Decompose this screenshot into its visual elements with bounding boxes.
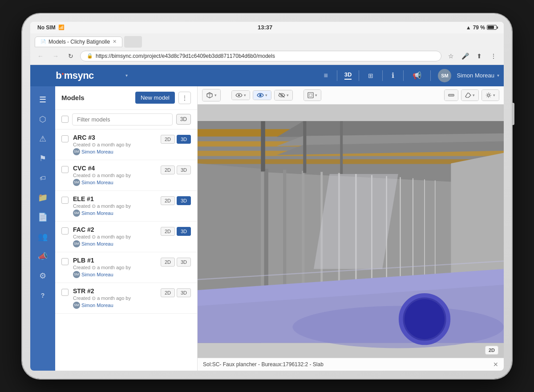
- app-body: ☰ ⬡ ⚠ ⚑ 🏷 📁: [30, 86, 504, 371]
- models-more-button[interactable]: ⋮: [178, 92, 191, 104]
- model-name-plb1: PLB #1: [73, 257, 156, 264]
- model-2d-btn-arc3[interactable]: 2D: [161, 135, 175, 144]
- select-all-checkbox[interactable]: [61, 116, 69, 123]
- view-cube-group: [202, 89, 221, 101]
- author-avatar-fac2: SM: [73, 240, 80, 247]
- viewport-settings-btn[interactable]: [482, 90, 499, 101]
- svg-rect-45: [261, 121, 265, 171]
- status-close-btn[interactable]: ✕: [493, 361, 498, 368]
- model-2d-btn-fac2[interactable]: 2D: [161, 227, 175, 236]
- 2d-badge[interactable]: 2D: [485, 346, 498, 355]
- topnav-info-icon[interactable]: ℹ: [390, 69, 396, 81]
- clock-icon-str2: ⊙: [92, 295, 96, 301]
- sidebar-item-alerts[interactable]: ⚠: [34, 130, 52, 148]
- model-info-cvc4: CVC #4 Created ⊙ a month ago by SM Simon…: [73, 165, 156, 186]
- svg-rect-46: [303, 121, 306, 173]
- visibility-btn[interactable]: [232, 91, 250, 100]
- model-info-str2: STR #2 Created ⊙ a month ago by SM Simon…: [73, 287, 156, 309]
- model-btns-str2: 2D 3D: [161, 288, 191, 297]
- svg-rect-7: [308, 93, 313, 98]
- model-3d-btn-plb1[interactable]: 3D: [177, 258, 191, 267]
- box-group: [303, 89, 321, 101]
- box-btn[interactable]: [304, 90, 321, 101]
- model-btns-ele1: 2D 3D: [161, 196, 191, 205]
- settings-gear-icon: [485, 92, 492, 98]
- sidebar-item-models[interactable]: ☰: [34, 91, 52, 109]
- model-2d-btn-str2[interactable]: 2D: [161, 288, 175, 297]
- topnav-announce-icon[interactable]: 📢: [411, 69, 423, 81]
- sidebar-item-tags[interactable]: 🏷: [34, 169, 52, 187]
- tag-icon: 🏷: [40, 174, 46, 182]
- model-2d-btn-ele1[interactable]: 2D: [161, 196, 175, 205]
- 3d-scene[interactable]: [198, 108, 504, 356]
- address-bar[interactable]: 🔒 https://bimsync.com/project/e43d8c79d1…: [80, 51, 441, 61]
- model-3d-btn-cvc4[interactable]: 3D: [177, 166, 191, 174]
- bookmark-btn[interactable]: ☆: [445, 50, 457, 62]
- topnav-list-icon[interactable]: ≡: [322, 70, 329, 81]
- model-3d-btn-ele1[interactable]: 3D: [177, 196, 191, 205]
- view-cube-btn[interactable]: [202, 89, 220, 101]
- model-2d-btn-plb1[interactable]: 2D: [161, 258, 175, 267]
- side-button[interactable]: [512, 103, 514, 125]
- model-3d-btn-fac2[interactable]: 3D: [177, 227, 191, 236]
- new-model-button[interactable]: New model: [135, 92, 175, 104]
- ipad-screen: No SIM 📶 13:37 ▲ 79 % 📄 Models - Clichy …: [30, 22, 504, 371]
- sidebar-item-group[interactable]: 👥: [34, 228, 52, 246]
- forward-btn[interactable]: →: [50, 50, 61, 62]
- ipad-shell: No SIM 📶 13:37 ▲ 79 % 📄 Models - Clichy …: [22, 14, 512, 379]
- tab-close-btn[interactable]: ✕: [113, 39, 117, 44]
- topnav-compare-icon[interactable]: ⊞: [366, 70, 375, 81]
- sidebar-item-announce[interactable]: 📣: [34, 247, 52, 265]
- eraser-group: [461, 89, 479, 101]
- share-btn[interactable]: ⬆: [473, 50, 485, 62]
- model-checkbox-cvc4[interactable]: [61, 166, 69, 173]
- sidebar-item-folder[interactable]: 📁: [34, 189, 52, 206]
- filter-3d-button[interactable]: 3D: [176, 114, 191, 125]
- models-list: ARC #3 Created ⊙ a month ago by SM Simon…: [55, 129, 197, 371]
- author-avatar-arc3: SM: [73, 148, 80, 155]
- topnav-3d-btn[interactable]: 3D: [344, 71, 352, 80]
- model-3d-btn-str2[interactable]: 3D: [177, 288, 191, 297]
- voice-btn[interactable]: 🎤: [459, 50, 471, 62]
- hidden-visibility-btn[interactable]: [275, 90, 292, 100]
- measure-btn[interactable]: [445, 90, 458, 101]
- model-2d-btn-cvc4[interactable]: 2D: [161, 166, 175, 174]
- hidden-eye-group: [274, 90, 293, 101]
- back-btn[interactable]: ←: [35, 50, 46, 62]
- model-meta-fac2: Created ⊙ a month ago by: [73, 234, 156, 240]
- refresh-btn[interactable]: ↻: [65, 50, 77, 62]
- sidebar-item-doc[interactable]: 📄: [34, 208, 52, 226]
- model-author-plb1: SM Simon Moreau: [73, 271, 156, 278]
- model-checkbox-str2[interactable]: [61, 289, 69, 296]
- new-tab-ghost[interactable]: [124, 36, 142, 48]
- sidebar-item-settings[interactable]: ⚙: [34, 267, 52, 285]
- nav-divider-5: [430, 70, 431, 81]
- measure-icon: [448, 92, 454, 98]
- model-checkbox-plb1[interactable]: [61, 258, 69, 265]
- filter-models-input[interactable]: [72, 113, 173, 125]
- browser-tab-active[interactable]: 📄 Models - Clichy Batignolle ✕: [35, 36, 122, 47]
- status-bar: No SIM 📶 13:37 ▲ 79 %: [30, 22, 504, 33]
- model-btns-plb1: 2D 3D: [161, 258, 191, 267]
- eye-hidden-icon: [278, 93, 285, 98]
- clock-icon-arc3: ⊙: [92, 142, 96, 148]
- sidebar-item-flag[interactable]: ⚑: [34, 150, 52, 167]
- svg-point-4: [259, 94, 262, 96]
- model-checkbox-arc3[interactable]: [61, 135, 69, 142]
- user-menu-btn[interactable]: Simon Moreau ▾: [457, 72, 499, 79]
- model-3d-btn-arc3[interactable]: 3D: [177, 135, 191, 144]
- model-checkbox-fac2[interactable]: [61, 227, 69, 234]
- eraser-btn[interactable]: [461, 90, 478, 101]
- sidebar-item-help[interactable]: ?: [34, 287, 52, 304]
- svg-point-3: [238, 94, 240, 96]
- user-dropdown-icon: ▾: [497, 73, 499, 78]
- model-meta-str2: Created ⊙ a month ago by: [73, 295, 156, 301]
- active-visibility-btn[interactable]: [253, 91, 271, 100]
- model-checkbox-ele1[interactable]: [61, 197, 69, 204]
- model-name-arc3: ARC #3: [73, 134, 156, 141]
- sidebar-item-cube[interactable]: ⬡: [34, 110, 52, 128]
- svg-rect-47: [340, 121, 343, 174]
- model-name-cvc4: CVC #4: [73, 165, 156, 172]
- project-selector[interactable]: ▾: [124, 73, 128, 78]
- more-btn[interactable]: ⋮: [488, 50, 499, 62]
